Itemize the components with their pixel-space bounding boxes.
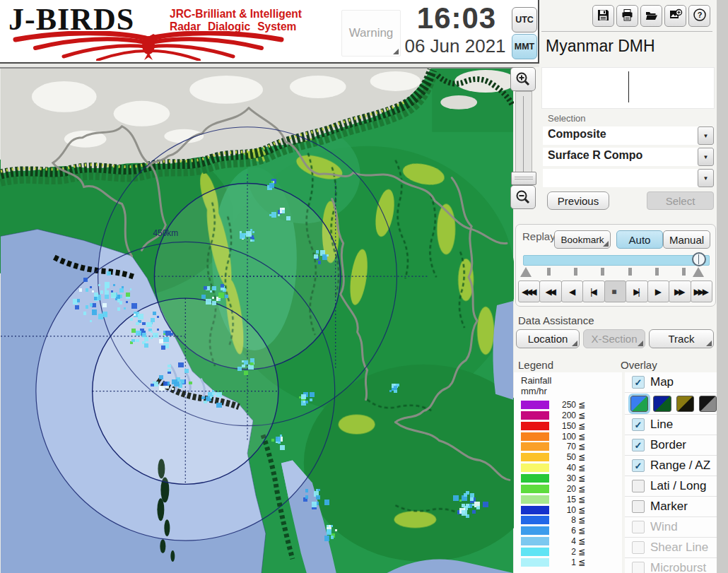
overlay-item-wind: Wind [625, 517, 717, 538]
legend-value: 50 [549, 452, 576, 462]
utc-button[interactable]: UTC [512, 7, 537, 33]
add-image-button[interactable] [664, 5, 686, 27]
overlay-item-label: Range / AZ [650, 459, 710, 473]
overlay-item-marker[interactable]: Marker [625, 497, 717, 517]
timeline-start-marker[interactable] [520, 267, 532, 277]
legend-row: 6≦ [521, 526, 622, 536]
warning-button[interactable]: Warning [341, 10, 401, 57]
fastest-forward-button[interactable]: ▶▶▶ [691, 280, 712, 302]
timeline-track[interactable] [523, 255, 710, 266]
overlay-item-border[interactable]: ✓Border [625, 435, 717, 456]
replay-label: Replay [522, 230, 556, 242]
fast-rewind-icon: ◀◀ [545, 287, 556, 297]
legend-row: 200≦ [521, 410, 622, 421]
selection-label: Selection [548, 113, 585, 124]
legend-row: 4≦ [521, 536, 622, 547]
overlay-item-map[interactable]: ✓Map [625, 372, 717, 393]
overlay-item-microburst: Microburst [625, 558, 717, 573]
previous-button[interactable]: Previous [547, 191, 609, 210]
chevron-down-icon[interactable]: ▼ [698, 169, 714, 187]
step-backward-button[interactable]: |◀ [582, 280, 604, 302]
map-style-3[interactable] [676, 396, 694, 412]
step-forward-icon: ▶| [633, 287, 640, 297]
timeline-end-marker[interactable] [693, 267, 704, 277]
location-button[interactable]: Location [516, 329, 580, 348]
checkbox-line[interactable]: ✓ [632, 418, 645, 431]
save-button[interactable] [592, 5, 614, 27]
dropdown-product[interactable]: Surface R Compo ▼ [543, 148, 714, 166]
legend-label: Legend [518, 359, 553, 371]
checkbox-range-az[interactable]: ✓ [632, 459, 645, 472]
x-section-button[interactable]: X-Section [583, 329, 645, 348]
print-icon [621, 8, 634, 24]
overlay-item-range-az[interactable]: ✓Range / AZ [625, 456, 717, 476]
legend-operator: ≦ [578, 515, 585, 525]
help-button[interactable]: ? [688, 5, 710, 27]
checkbox-map[interactable]: ✓ [632, 376, 645, 389]
checkbox-border[interactable]: ✓ [632, 439, 645, 451]
legend-operator: ≦ [578, 400, 585, 410]
zoom-out-button[interactable] [510, 185, 536, 209]
fastest-rewind-button[interactable]: ◀◀◀ [518, 280, 540, 302]
overlay-item-lati-long[interactable]: Lati / Long [625, 476, 717, 497]
legend-operator: ≦ [578, 547, 585, 557]
toolbar: ? [592, 5, 710, 27]
map-style-4[interactable] [699, 396, 717, 412]
legend-color-swatch [521, 537, 549, 545]
app-window: J-BIRDS JRC-Brilliant & Intelligent Rada… [0, 0, 728, 573]
play-reverse-button[interactable]: ◀ [561, 280, 583, 302]
checkbox-lati-long[interactable] [632, 480, 645, 492]
legend-row: 100≦ [521, 431, 622, 442]
timeline-tick [574, 268, 577, 276]
chevron-down-icon[interactable]: ▼ [698, 148, 714, 166]
legend-color-swatch [521, 526, 549, 535]
overlay-item-label: Microburst [650, 561, 706, 573]
corner-handle-icon [572, 341, 577, 346]
legend-value: 6 [549, 526, 576, 536]
map-style-2[interactable] [653, 396, 671, 412]
legend-row: 250≦ [521, 400, 622, 410]
track-button[interactable]: Track [649, 329, 714, 348]
overlay-item-line[interactable]: ✓Line [625, 415, 717, 435]
dropdown-composite[interactable]: Composite ▼ [543, 126, 714, 145]
timeline-tick [628, 268, 632, 276]
zoom-slider-handle[interactable] [511, 172, 536, 185]
play-button[interactable]: ▶ [647, 280, 669, 302]
zoom-in-button[interactable] [510, 67, 536, 91]
print-button[interactable] [616, 5, 638, 27]
radar-map[interactable]: 450km [0, 67, 514, 573]
bookmark-button[interactable]: Bookmark [554, 230, 611, 249]
overlay-item-label: Marker [650, 500, 688, 514]
map-style-1-selected[interactable] [630, 396, 648, 412]
legend-operator: ≦ [578, 536, 585, 546]
step-forward-button[interactable]: ▶| [626, 280, 647, 302]
timeline-handle[interactable] [692, 252, 706, 266]
panel-collapse-strip[interactable] [717, 0, 728, 573]
checkbox-microburst [632, 562, 645, 573]
help-icon: ? [693, 8, 707, 24]
legend-operator: ≦ [578, 421, 585, 431]
fast-forward-button[interactable]: ▶▶ [669, 280, 691, 302]
legend-color-swatch [521, 516, 549, 524]
legend-color-swatch [521, 558, 549, 567]
check-icon: ✓ [635, 441, 642, 450]
fast-rewind-button[interactable]: ◀◀ [539, 280, 561, 302]
select-button[interactable]: Select [647, 191, 714, 210]
auto-button[interactable]: Auto [616, 230, 663, 249]
legend-operator: ≦ [578, 442, 585, 451]
legend-operator: ≦ [578, 432, 585, 442]
chevron-down-icon[interactable]: ▼ [698, 126, 714, 145]
legend-row: 10≦ [521, 504, 622, 515]
checkbox-marker[interactable] [632, 500, 645, 513]
legend-row: 8≦ [521, 515, 622, 526]
check-icon: ✓ [635, 420, 642, 430]
station-display-box[interactable] [541, 67, 715, 109]
save-icon [597, 8, 610, 24]
stop-button[interactable]: ■ [604, 280, 626, 302]
manual-button[interactable]: Manual [663, 230, 710, 249]
dropdown-empty[interactable]: ▼ [543, 169, 714, 187]
mmt-button[interactable]: MMT [512, 34, 537, 59]
open-folder-button[interactable] [640, 5, 662, 27]
legend-color-swatch [521, 474, 549, 483]
legend-value: 2 [549, 547, 576, 557]
